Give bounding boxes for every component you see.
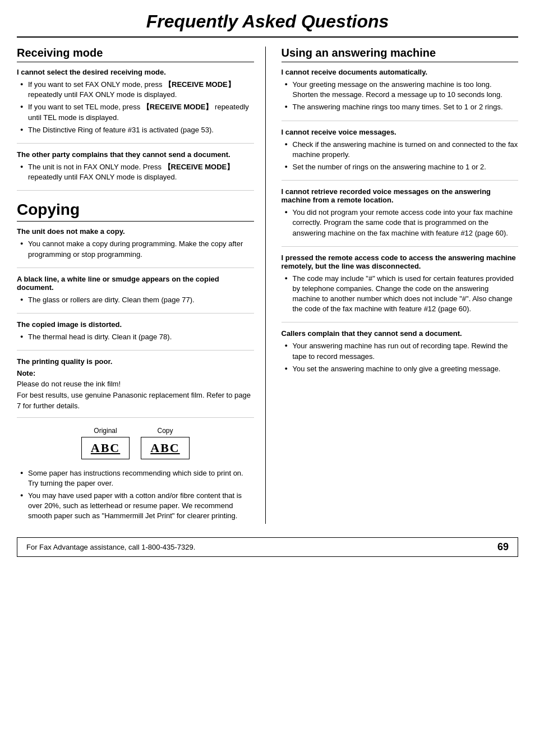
- list-item: Set the number of rings on the answering…: [285, 162, 519, 172]
- question-cannot-select: I cannot select the desired receiving mo…: [17, 68, 254, 76]
- extra-bullets: Some paper has instructions recommending…: [17, 468, 254, 522]
- receiving-mode-title: Receiving mode: [17, 47, 254, 62]
- bullets-cannot-receive-voice: Check if the answering machine is turned…: [282, 140, 519, 173]
- question-no-copy: The unit does not make a copy.: [17, 227, 254, 236]
- question-cannot-receive-voice: I cannot receive voice messages.: [282, 128, 519, 136]
- page-title: Frequently Asked Questions: [17, 11, 518, 38]
- footer-page-number: 69: [497, 541, 509, 553]
- list-item: The glass or rollers are dirty. Clean th…: [20, 295, 254, 305]
- original-demo: Original ABC: [81, 427, 130, 459]
- bullets-cannot-receive-auto: Your greeting message on the answering m…: [282, 80, 519, 113]
- faq-block-callers-complain: Callers complain that they cannot send a…: [282, 329, 519, 382]
- list-item: Your greeting message on the answering m…: [285, 80, 519, 100]
- copying-title: Copying: [17, 201, 254, 222]
- bullets-remote-access: The code may include "#" which is used f…: [282, 274, 519, 315]
- bullets-callers-complain: Your answering machine has run out of re…: [282, 341, 519, 374]
- list-item: You may have used paper with a cotton an…: [20, 491, 254, 522]
- faq-block-cannot-receive-auto: I cannot receive documents automatically…: [282, 68, 519, 121]
- question-other-party: The other party complains that they cann…: [17, 150, 254, 159]
- list-item: You did not program your remote access c…: [285, 208, 519, 238]
- list-item: Check if the answering machine is turned…: [285, 140, 519, 160]
- copy-demo: Original ABC Copy ABC: [17, 427, 254, 459]
- right-column: Using an answering machine I cannot rece…: [279, 47, 519, 524]
- list-item: Some paper has instructions recommending…: [20, 468, 254, 488]
- note-text: Please do not reuse the ink film! For be…: [17, 379, 254, 412]
- faq-block-cannot-retrieve: I cannot retrieve recorded voice message…: [282, 187, 519, 247]
- faq-block-cannot-receive-voice: I cannot receive voice messages. Check i…: [282, 128, 519, 181]
- note-label: Note:: [17, 369, 254, 377]
- faq-block-remote-access: I pressed the remote access code to acce…: [282, 253, 519, 323]
- original-box: ABC: [81, 437, 130, 459]
- question-cannot-receive-auto: I cannot receive documents automatically…: [282, 68, 519, 76]
- list-item: The answering machine rings too many tim…: [285, 102, 519, 112]
- copy-label: Copy: [141, 427, 189, 435]
- list-item: The code may include "#" which is used f…: [285, 274, 519, 315]
- footer-bar: For Fax Advantage assistance, call 1-800…: [17, 537, 518, 557]
- question-print-quality: The printing quality is poor.: [17, 357, 254, 366]
- list-item: The Distinctive Ring of feature #31 is a…: [20, 125, 254, 135]
- bullets-distorted: The thermal head is dirty. Clean it (pag…: [17, 332, 254, 342]
- faq-block-cannot-select: I cannot select the desired receiving mo…: [17, 68, 254, 144]
- left-column: Receiving mode I cannot select the desir…: [17, 47, 266, 524]
- bullets-cannot-retrieve: You did not program your remote access c…: [282, 208, 519, 238]
- question-black-line: A black line, a white line or smudge app…: [17, 275, 254, 292]
- question-cannot-retrieve: I cannot retrieve recorded voice message…: [282, 187, 519, 204]
- faq-block-distorted: The copied image is distorted. The therm…: [17, 320, 254, 351]
- answering-machine-title: Using an answering machine: [282, 47, 519, 62]
- bullets-black-line: The glass or rollers are dirty. Clean th…: [17, 295, 254, 305]
- faq-block-no-copy: The unit does not make a copy. You canno…: [17, 227, 254, 268]
- question-distorted: The copied image is distorted.: [17, 320, 254, 329]
- question-remote-access: I pressed the remote access code to acce…: [282, 253, 519, 270]
- list-item: You set the answering machine to only gi…: [285, 364, 519, 374]
- list-item: You cannot make a copy during programmin…: [20, 239, 254, 259]
- copy-box: ABC: [141, 437, 189, 459]
- copy-demo-item: Copy ABC: [141, 427, 189, 459]
- footer-text: For Fax Advantage assistance, call 1-800…: [26, 543, 195, 551]
- original-label: Original: [81, 427, 130, 435]
- list-item: The unit is not in FAX ONLY mode. Press …: [20, 162, 254, 182]
- list-item: If you want to set TEL mode, press 【RECE…: [20, 102, 254, 122]
- bullets-cannot-select: If you want to set FAX ONLY mode, press …: [17, 80, 254, 135]
- faq-block-print-quality: The printing quality is poor. Note: Plea…: [17, 357, 254, 418]
- bullets-other-party: The unit is not in FAX ONLY mode. Press …: [17, 162, 254, 182]
- bullets-no-copy: You cannot make a copy during programmin…: [17, 239, 254, 259]
- list-item: If you want to set FAX ONLY mode, press …: [20, 80, 254, 100]
- faq-block-black-line: A black line, a white line or smudge app…: [17, 275, 254, 314]
- question-callers-complain: Callers complain that they cannot send a…: [282, 329, 519, 338]
- list-item: Your answering machine has run out of re…: [285, 341, 519, 361]
- faq-block-other-party: The other party complains that they cann…: [17, 150, 254, 191]
- list-item: The thermal head is dirty. Clean it (pag…: [20, 332, 254, 342]
